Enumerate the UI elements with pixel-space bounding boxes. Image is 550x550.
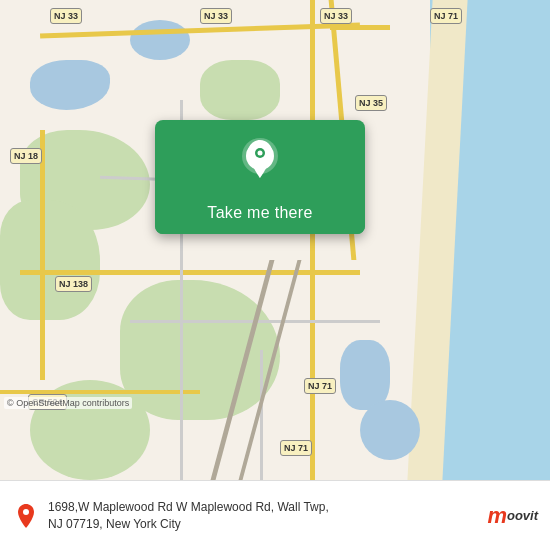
- road-local: [260, 350, 263, 480]
- bottom-bar: 1698,W Maplewood Rd W Maplewood Rd, Wall…: [0, 480, 550, 550]
- route-badge-nj18: NJ 18: [10, 148, 42, 164]
- moovit-text: oovit: [507, 508, 538, 523]
- take-me-there-button[interactable]: Take me there: [155, 192, 365, 234]
- route-badge-nj138: NJ 138: [55, 276, 92, 292]
- route-badge-nj71-3: NJ 71: [280, 440, 312, 456]
- svg-point-4: [23, 509, 29, 515]
- water-body: [360, 400, 420, 460]
- address-text: 1698,W Maplewood Rd W Maplewood Rd, Wall…: [48, 499, 479, 533]
- road-nj33: [330, 25, 390, 30]
- route-badge-nj71-2: NJ 71: [304, 378, 336, 394]
- green-area: [0, 200, 100, 320]
- route-badge-nj33-3: NJ 33: [320, 8, 352, 24]
- moovit-logo: m oovit: [487, 503, 538, 529]
- address-line2: NJ 07719, New York City: [48, 517, 181, 531]
- osm-credit: © OpenStreetMap contributors: [4, 397, 132, 409]
- popup-icon-area: [155, 120, 365, 192]
- svg-point-3: [258, 151, 263, 156]
- route-badge-nj71-1: NJ 71: [430, 8, 462, 24]
- map-container: NJ 33 NJ 33 NJ 33 NJ 71 NJ 35 NJ 18 NJ 1…: [0, 0, 550, 480]
- road-nj138: [20, 270, 360, 275]
- green-area: [200, 60, 280, 120]
- road-nj18: [40, 130, 45, 380]
- water-body: [340, 340, 390, 410]
- moovit-m-letter: m: [487, 503, 506, 529]
- location-pin-icon: [242, 138, 278, 182]
- address-pin-icon: [12, 502, 40, 530]
- route-badge-nj33-2: NJ 33: [200, 8, 232, 24]
- route-badge-nj33-1: NJ 33: [50, 8, 82, 24]
- popup-card: Take me there: [155, 120, 365, 234]
- water-body: [130, 20, 190, 60]
- road-nj71: [310, 0, 315, 480]
- route-badge-nj35: NJ 35: [355, 95, 387, 111]
- address-line1: 1698,W Maplewood Rd W Maplewood Rd, Wall…: [48, 500, 329, 514]
